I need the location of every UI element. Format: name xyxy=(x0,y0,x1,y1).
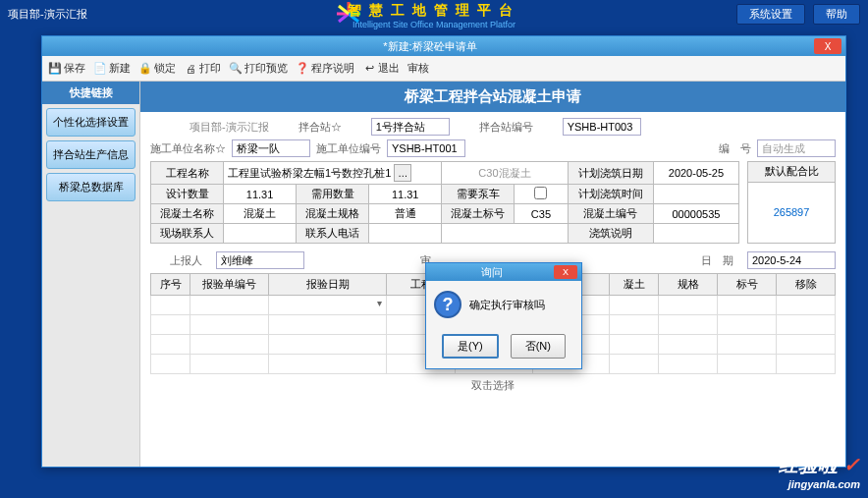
concrete-spec-cell[interactable]: 普通 xyxy=(369,204,442,224)
modal-title: 询问 xyxy=(481,265,503,280)
sidebar: 快捷链接 个性化选择设置 拌合站生产信息 桥梁总数据库 xyxy=(42,82,140,467)
phone-cell[interactable] xyxy=(369,224,442,244)
print-icon: 🖨 xyxy=(184,62,197,76)
unit-no-input[interactable] xyxy=(387,139,465,157)
cell-label: 现场联系人 xyxy=(151,224,224,244)
unit-label: 施工单位名称☆ xyxy=(150,141,226,156)
plan-time-cell[interactable] xyxy=(653,185,738,204)
cell-label: 需要泵车 xyxy=(442,185,515,204)
print-button[interactable]: 🖨打印 xyxy=(184,61,221,76)
sidebar-item-personalize[interactable]: 个性化选择设置 xyxy=(46,108,136,137)
no-button[interactable]: 否(N) xyxy=(511,334,566,359)
col-concrete: 凝土 xyxy=(610,274,659,296)
pump-checkbox-cell[interactable] xyxy=(515,185,568,204)
concrete-grade-cell[interactable]: C35 xyxy=(515,204,568,224)
info-icon: ❓ xyxy=(296,62,309,76)
question-icon: ? xyxy=(434,291,461,318)
check-icon: ✓ xyxy=(843,454,860,475)
double-click-hint: 双击选择 xyxy=(150,374,836,397)
cell-label: 混凝土编号 xyxy=(568,204,653,224)
station-no-input[interactable] xyxy=(563,118,641,136)
project-lookup-button[interactable]: … xyxy=(394,164,411,182)
reporter-input[interactable] xyxy=(216,251,304,269)
col-report-no: 报验单编号 xyxy=(190,274,269,296)
toolbar: 💾保存 📄新建 🔒锁定 🖨打印 🔍打印预览 ❓程序说明 ↩退出 审核 xyxy=(42,56,845,82)
col-grade: 标号 xyxy=(718,274,777,296)
col-seq: 序号 xyxy=(151,274,190,296)
lock-button[interactable]: 🔒锁定 xyxy=(138,61,176,76)
date-label: 日 期 xyxy=(701,253,733,268)
sidebar-item-production[interactable]: 拌合站生产信息 xyxy=(46,140,136,169)
date-input[interactable] xyxy=(747,251,836,269)
preview-icon: 🔍 xyxy=(229,62,243,76)
sidebar-header: 快捷链接 xyxy=(42,82,139,104)
page-title: 桥梁工程拌合站混凝土申请 xyxy=(140,82,845,112)
station-input[interactable] xyxy=(371,118,450,136)
cell-label: 工程名称 xyxy=(151,162,224,185)
exit-icon: ↩ xyxy=(362,62,376,76)
sidebar-item-database[interactable]: 桥梁总数据库 xyxy=(46,173,136,201)
need-qty-cell[interactable]: 11.31 xyxy=(369,185,442,204)
save-icon: 💾 xyxy=(48,62,62,76)
cell-label: 混凝土名称 xyxy=(151,204,224,224)
cell-label: 混凝土标号 xyxy=(442,204,515,224)
window-close-button[interactable]: X xyxy=(814,38,841,54)
code-input xyxy=(757,139,836,157)
reporter-label: 上报人 xyxy=(170,253,202,268)
help-button[interactable]: 帮助 xyxy=(813,4,860,25)
date-dropdown-cell[interactable] xyxy=(269,296,387,315)
station-no-label: 拌合站编号 xyxy=(479,120,533,135)
cell-label: 设计数量 xyxy=(151,185,224,204)
cell-label: 计划浇筑日期 xyxy=(568,162,653,185)
design-qty-cell[interactable]: 11.31 xyxy=(224,185,297,204)
print-preview-button[interactable]: 🔍打印预览 xyxy=(229,61,288,76)
main-window: *新建:桥梁砼申请单 X 💾保存 📄新建 🔒锁定 🖨打印 🔍打印预览 ❓程序说明… xyxy=(41,35,846,468)
plan-date-cell[interactable]: 2020-05-25 xyxy=(653,162,738,185)
app-subtitle: Intelligent Site Office Management Platf… xyxy=(348,20,520,29)
system-settings-button[interactable]: 系统设置 xyxy=(736,4,805,25)
col-spec: 规格 xyxy=(659,274,718,296)
lock-icon: 🔒 xyxy=(138,62,152,76)
ratio-grid: 默认配合比 265897 xyxy=(747,161,836,244)
modal-close-button[interactable]: X xyxy=(554,265,577,279)
col-report-date: 报验日期 xyxy=(269,274,387,296)
code-label: 编 号 xyxy=(719,141,751,156)
pump-checkbox[interactable] xyxy=(534,187,547,199)
ratio-header: 默认配合比 xyxy=(748,162,836,183)
watermark: 经验啦 ✓ jingyanla.com xyxy=(779,452,860,490)
unit-no-label: 施工单位编号 xyxy=(316,141,381,156)
cell-label: 混凝土规格 xyxy=(297,204,369,224)
col-remove: 移除 xyxy=(777,274,836,296)
pour-desc-cell[interactable] xyxy=(653,224,738,244)
window-title: *新建:桥梁砼申请单 xyxy=(383,39,476,54)
modal-message: 确定执行审核吗 xyxy=(469,298,545,312)
project-label: 项目部-演示汇报 xyxy=(190,120,269,135)
yes-button[interactable]: 是(Y) xyxy=(442,334,499,359)
new-icon: 📄 xyxy=(93,62,107,76)
modal-titlebar: 询问 X xyxy=(426,263,581,281)
app-title-block: 智慧工地管理平台 Intelligent Site Office Managem… xyxy=(348,2,520,29)
app-title: 智慧工地管理平台 xyxy=(348,2,520,20)
unit-input[interactable] xyxy=(232,139,310,157)
program-desc-button[interactable]: ❓程序说明 xyxy=(296,61,354,76)
detail-grid: 工程名称 工程里试验桥梁左幅1号数控孔桩1 … C30混凝土 计划浇筑日期 20… xyxy=(150,161,739,244)
exit-button[interactable]: ↩退出 xyxy=(362,61,400,76)
window-titlebar: *新建:桥梁砼申请单 X xyxy=(42,36,845,56)
app-topbar: 项目部-演示汇报 智慧工地管理平台 Intelligent Site Offic… xyxy=(0,0,868,28)
cell-label: 联系人电话 xyxy=(297,224,369,244)
project-name-cell[interactable]: 工程里试验桥梁左幅1号数控孔桩1 … xyxy=(224,162,442,185)
audit-button[interactable]: 审核 xyxy=(407,61,429,76)
station-label: 拌合站☆ xyxy=(298,120,342,135)
concrete-type-cell: C30混凝土 xyxy=(442,162,569,185)
concrete-no-cell[interactable]: 00000535 xyxy=(653,204,738,224)
breadcrumb: 项目部-演示汇报 xyxy=(8,7,87,22)
confirm-dialog: 询问 X ? 确定执行审核吗 是(Y) 否(N) xyxy=(425,262,582,369)
cell-label: 计划浇筑时间 xyxy=(568,185,653,204)
ratio-value[interactable]: 265897 xyxy=(748,182,836,243)
concrete-name-cell[interactable]: 混凝土 xyxy=(224,204,297,224)
cell-label: 浇筑说明 xyxy=(568,224,653,244)
contact-cell[interactable] xyxy=(224,224,297,244)
cell-label: 需用数量 xyxy=(297,185,369,204)
save-button[interactable]: 💾保存 xyxy=(48,61,85,76)
new-button[interactable]: 📄新建 xyxy=(93,61,131,76)
